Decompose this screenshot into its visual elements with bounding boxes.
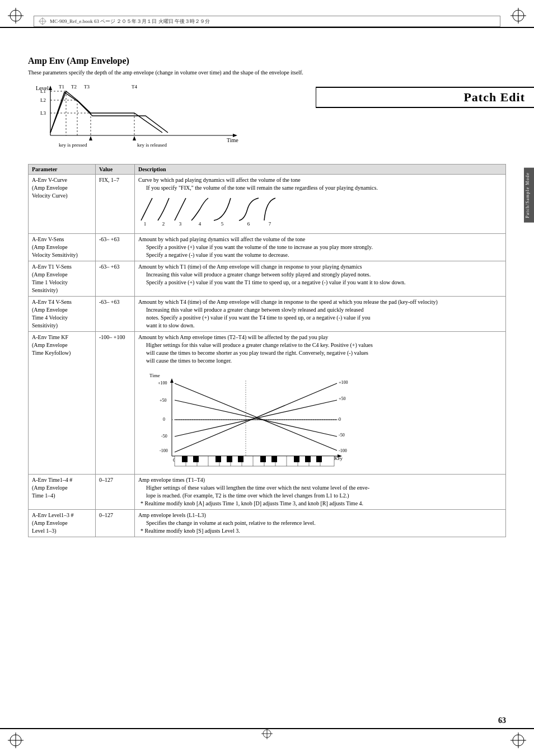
kf-chart: Time Key C1 C2 C3 C4 C5 C6 [138, 369, 502, 472]
bottom-center-mark [261, 728, 273, 740]
svg-rect-94 [238, 456, 243, 462]
table-row: A-Env T4 V-Sens(Amp EnvelopeTime 4 Veloc… [29, 297, 506, 332]
table-row: A-Env Time KF(Amp EnvelopeTime Keyfollow… [29, 332, 506, 475]
col-header-value: Value [96, 165, 135, 175]
svg-text:6: 6 [247, 221, 250, 226]
param-name-level13: A-Env Level1–3 #(Amp EnvelopeLevel 1–3) [29, 510, 96, 537]
param-desc-vcurve: Curve by which pad playing dynamics will… [135, 175, 506, 234]
side-tab: Patch/Sample Mode [524, 168, 534, 223]
param-desc-level13: Amp envelope levels (L1–L3) Specifies th… [135, 510, 506, 537]
vel-curves-svg: 1 2 3 4 5 [138, 195, 373, 226]
param-desc-time14: Amp envelope times (T1–T4) Higher settin… [135, 475, 506, 510]
main-content: Amp Env (Amp Envelope) These parameters … [28, 56, 506, 722]
page-number: 63 [498, 716, 506, 725]
svg-marker-48 [170, 378, 174, 383]
param-name-vsens: A-Env V-Sens(Amp EnvelopeVelocity Sensit… [29, 234, 96, 261]
param-name-time14: A-Env Time1–4 #(Amp EnvelopeTime 1–4) [29, 475, 96, 510]
file-info-bar: MC-909_Ref_e.book 63 ページ ２０５年３月１日 火曜日 午後… [34, 16, 500, 27]
param-desc-timekf: Amount by which Amp envelope times (T2–T… [135, 332, 506, 475]
svg-text:Time: Time [227, 137, 238, 143]
svg-text:-50: -50 [161, 434, 167, 439]
svg-text:T2: T2 [71, 84, 77, 90]
svg-text:Time: Time [149, 373, 160, 378]
param-value-vsens: -63– +63 [96, 234, 135, 261]
svg-text:3: 3 [179, 221, 182, 226]
svg-rect-93 [227, 456, 232, 462]
param-value-level13: 0–127 [96, 510, 135, 537]
param-name-vcurve: A-Env V-Curve(Amp EnvelopeVelocity Curve… [29, 175, 96, 234]
svg-text:L1: L1 [40, 88, 46, 94]
svg-text:+100: +100 [339, 380, 348, 385]
envelope-diagram: Level Time T1 T2 T3 T4 L1 L [28, 82, 506, 156]
svg-text:0: 0 [339, 417, 341, 422]
col-header-parameter: Parameter [29, 165, 96, 175]
param-name-t4vsens: A-Env T4 V-Sens(Amp EnvelopeTime 4 Veloc… [29, 297, 96, 332]
reg-mark-bl [8, 732, 24, 748]
table-row: A-Env T1 V-Sens(Amp EnvelopeTime 1 Veloc… [29, 261, 506, 297]
param-desc-t4vsens: Amount by which T4 (time) of the Amp env… [135, 297, 506, 332]
table-row: A-Env Level1–3 #(Amp EnvelopeLevel 1–3) … [29, 510, 506, 537]
reg-mark-tr [510, 8, 526, 24]
svg-text:1: 1 [144, 221, 147, 226]
svg-text:-100: -100 [160, 448, 168, 453]
velocity-curves: 1 2 3 4 5 [138, 195, 502, 228]
svg-text:+100: +100 [158, 381, 167, 386]
svg-marker-38 [133, 136, 136, 140]
svg-text:T4: T4 [132, 84, 137, 90]
svg-text:2: 2 [162, 221, 165, 226]
reg-mark-tl [8, 8, 24, 24]
file-info-text: MC-909_Ref_e.book 63 ページ ２０５年３月１日 火曜日 午後… [50, 18, 210, 25]
svg-rect-99 [316, 456, 322, 462]
svg-rect-92 [216, 456, 221, 462]
svg-text:0: 0 [163, 417, 165, 422]
table-row: A-Env Time1–4 #(Amp EnvelopeTime 1–4) 0–… [29, 475, 506, 510]
svg-text:T3: T3 [84, 84, 90, 90]
section-heading: Amp Env (Amp Envelope) [28, 56, 506, 66]
svg-text:5: 5 [221, 221, 224, 226]
svg-text:-50: -50 [339, 433, 345, 438]
param-value-timekf: -100– +100 [96, 332, 135, 475]
param-value-t1vsens: -63– +63 [96, 261, 135, 297]
table-row: A-Env V-Curve(Amp EnvelopeVelocity Curve… [29, 175, 506, 234]
svg-text:key is released: key is released [137, 142, 167, 148]
kf-chart-svg: Time Key C1 C2 C3 C4 C5 C6 [138, 369, 351, 470]
svg-rect-95 [260, 456, 266, 462]
param-value-t4vsens: -63– +63 [96, 297, 135, 332]
param-desc-t1vsens: Amount by which T1 (time) of the Amp env… [135, 261, 506, 297]
param-value-vcurve: FIX, 1–7 [96, 175, 135, 234]
svg-text:4: 4 [199, 221, 202, 226]
param-table: Parameter Value Description A-Env V-Curv… [28, 164, 506, 537]
col-header-description: Description [135, 165, 506, 175]
param-name-t1vsens: A-Env T1 V-Sens(Amp EnvelopeTime 1 Veloc… [29, 261, 96, 297]
svg-text:L2: L2 [40, 97, 46, 103]
svg-text:key is pressed: key is pressed [59, 142, 87, 148]
svg-rect-98 [305, 456, 311, 462]
svg-marker-37 [89, 136, 92, 140]
svg-marker-17 [49, 86, 52, 90]
svg-rect-97 [294, 456, 299, 462]
svg-text:-100: -100 [339, 448, 347, 453]
param-desc-vsens: Amount by which pad playing dynamics wil… [135, 234, 506, 261]
svg-text:Key: Key [334, 456, 343, 461]
svg-text:+50: +50 [160, 398, 167, 403]
section-description: These parameters specify the depth of th… [28, 69, 506, 76]
param-value-time14: 0–127 [96, 475, 135, 510]
svg-text:T1: T1 [59, 84, 64, 90]
table-row: A-Env V-Sens(Amp EnvelopeVelocity Sensit… [29, 234, 506, 261]
top-rule [0, 27, 534, 28]
reg-mark-br [510, 732, 526, 748]
svg-text:7: 7 [269, 221, 271, 226]
param-name-timekf: A-Env Time KF(Amp EnvelopeTime Keyfollow… [29, 332, 96, 475]
svg-rect-91 [193, 456, 199, 462]
svg-rect-90 [182, 456, 188, 462]
svg-text:+50: +50 [339, 396, 346, 401]
svg-rect-96 [271, 456, 277, 462]
svg-text:L3: L3 [40, 110, 46, 116]
env-diagram-svg: Level Time T1 T2 T3 T4 L1 L [28, 82, 252, 155]
